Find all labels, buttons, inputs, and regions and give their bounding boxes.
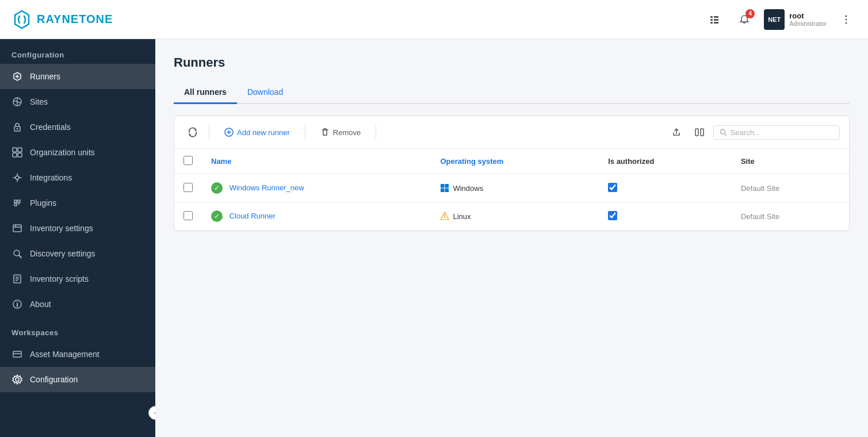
search-input[interactable] [731, 128, 833, 137]
toolbar-divider-3 [376, 125, 376, 139]
sidebar-collapse-btn[interactable]: ‹ [148, 406, 155, 420]
row-name-cell: ✓ Cloud Runner [202, 202, 431, 231]
sidebar-item-inventory-settings[interactable]: Inventory settings [0, 216, 155, 241]
sidebar-item-inventory-scripts[interactable]: Inventory scripts [0, 266, 155, 292]
sidebar-item-label-integrations: Integrations [30, 173, 72, 182]
toolbar-divider-1 [209, 125, 209, 139]
svg-rect-3 [714, 19, 718, 21]
header-select-all [174, 149, 202, 174]
svg-rect-13 [13, 148, 17, 152]
page-title: Runners [174, 55, 850, 70]
table-row: ✓ Cloud Runner LinuxDefault Site [174, 202, 849, 231]
ellipsis-icon [840, 14, 852, 25]
search-box [713, 125, 840, 140]
sidebar: Configuration Runners Sites Credentials [0, 39, 155, 437]
row-authorized-cell [599, 202, 732, 231]
svg-rect-33 [695, 129, 698, 136]
user-name: root [789, 12, 827, 20]
org-units-icon [12, 147, 23, 158]
status-icon: ✓ [211, 210, 223, 222]
svg-rect-0 [710, 16, 713, 18]
main-content: Runners All runners Download [155, 39, 868, 437]
toolbar-divider-2 [305, 125, 305, 139]
sidebar-item-label-about: About [30, 300, 51, 309]
search-icon [720, 128, 727, 136]
row-checkbox-0[interactable] [183, 183, 193, 192]
export-btn[interactable] [667, 123, 686, 141]
runner-name-link[interactable]: Windows Runner_new [230, 183, 304, 192]
row-site-cell: Default Site [732, 174, 849, 202]
svg-point-41 [444, 217, 445, 218]
runner-name-link[interactable]: Cloud Runner [230, 212, 276, 220]
config-section-title: Configuration [0, 39, 155, 64]
sidebar-item-sites[interactable]: Sites [0, 89, 155, 114]
more-options-btn[interactable] [836, 9, 856, 30]
menu-icon-btn[interactable] [704, 9, 725, 30]
svg-rect-18 [13, 225, 21, 232]
row-os-cell: Linux [431, 202, 599, 231]
runners-icon [12, 71, 23, 82]
sidebar-item-configuration[interactable]: Configuration [0, 367, 155, 392]
os-cell: Linux [440, 212, 590, 221]
sidebar-item-org-units[interactable]: Organization units [0, 140, 155, 165]
svg-point-31 [16, 378, 19, 381]
columns-icon [694, 127, 705, 137]
svg-rect-37 [445, 184, 449, 188]
refresh-icon [188, 127, 198, 137]
svg-point-8 [846, 22, 847, 24]
user-role: Administrator [789, 20, 827, 27]
row-checkbox-1[interactable] [183, 211, 193, 220]
columns-btn[interactable] [690, 123, 709, 141]
inventory-scripts-icon [12, 273, 23, 285]
svg-point-28 [17, 302, 18, 303]
toolbar: Add new runner Remove [174, 116, 849, 149]
svg-rect-34 [701, 129, 703, 136]
svg-rect-36 [441, 184, 445, 188]
about-icon [12, 298, 23, 310]
header-os: Operating system [431, 149, 599, 174]
sidebar-item-runners[interactable]: Runners [0, 64, 155, 89]
svg-rect-14 [18, 148, 22, 152]
sidebar-item-about[interactable]: About [0, 292, 155, 317]
sidebar-item-plugins[interactable]: Plugins [0, 190, 155, 216]
svg-rect-1 [714, 16, 718, 18]
credentials-icon [12, 121, 23, 133]
svg-point-6 [846, 15, 847, 17]
svg-point-17 [16, 176, 19, 179]
user-menu[interactable]: NET root Administrator [764, 9, 827, 30]
sidebar-item-label-org-units: Organization units [30, 148, 95, 157]
sidebar-item-integrations[interactable]: Integrations [0, 165, 155, 190]
sidebar-item-credentials[interactable]: Credentials [0, 114, 155, 140]
svg-point-7 [846, 18, 847, 20]
sidebar-item-label-plugins: Plugins [30, 198, 56, 208]
os-label: Linux [453, 212, 471, 221]
asset-management-icon [12, 348, 23, 360]
sidebar-item-asset-management[interactable]: Asset Management [0, 342, 155, 367]
remove-btn[interactable]: Remove [312, 124, 369, 140]
table-header-row: Name Operating system Is authorized Site [174, 149, 849, 174]
table-header: Name Operating system Is authorized Site [174, 149, 849, 174]
svg-rect-38 [441, 189, 445, 193]
status-icon: ✓ [211, 182, 223, 194]
add-icon [224, 128, 234, 137]
authorized-checkbox[interactable] [608, 211, 617, 220]
sidebar-item-label-credentials: Credentials [30, 122, 71, 132]
refresh-btn[interactable] [183, 123, 202, 141]
list-icon [709, 14, 720, 25]
svg-rect-2 [710, 19, 713, 21]
notification-btn[interactable]: 4 [734, 9, 755, 30]
row-select-cell [174, 174, 202, 202]
tab-all-runners[interactable]: All runners [174, 82, 237, 104]
authorized-checkbox[interactable] [608, 183, 617, 192]
toolbar-right [667, 123, 840, 141]
os-cell: Windows [440, 183, 590, 193]
sidebar-item-label-inventory-scripts: Inventory scripts [30, 274, 89, 283]
sidebar-item-discovery-settings[interactable]: Discovery settings [0, 241, 155, 266]
plugins-icon [12, 197, 23, 209]
export-icon [671, 127, 682, 137]
row-os-cell: Windows [431, 174, 599, 202]
navbar-actions: 4 NET root Administrator [704, 9, 856, 30]
select-all-checkbox[interactable] [183, 156, 193, 165]
add-runner-btn[interactable]: Add new runner [216, 124, 298, 140]
tab-download[interactable]: Download [237, 82, 293, 104]
